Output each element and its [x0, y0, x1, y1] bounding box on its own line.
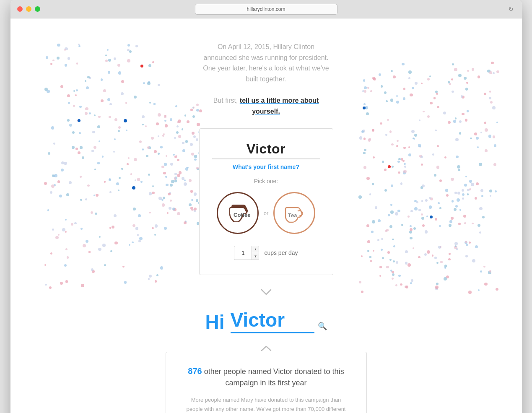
- browser-window: hillaryclinton.com ↻ On April 12, 2015, …: [10, 0, 522, 413]
- browser-titlebar: hillaryclinton.com ↻: [10, 0, 522, 18]
- card-name-display: Victor: [247, 141, 285, 157]
- beverage-options: Coffee or Tea: [217, 192, 316, 234]
- victor-input-wrapper: 🔍: [231, 309, 327, 333]
- intro-cta-prefix: But first,: [213, 97, 238, 104]
- hi-victor-row: Hi 🔍: [205, 309, 327, 333]
- intro-paragraph: On April 12, 2015, Hillary Clinton annou…: [201, 42, 331, 117]
- tea-icon: Tea: [280, 198, 309, 228]
- address-bar[interactable]: hillaryclinton.com: [195, 4, 337, 15]
- chevron-up-icon: [260, 345, 272, 352]
- tea-option[interactable]: Tea: [273, 192, 315, 234]
- coffee-icon: Coffee: [223, 198, 252, 228]
- victor-name-input[interactable]: [231, 309, 314, 333]
- cups-label: cups per day: [264, 249, 298, 256]
- svg-text:Tea: Tea: [288, 212, 297, 218]
- maximize-button[interactable]: [35, 6, 40, 12]
- coffee-option[interactable]: Coffee: [217, 192, 259, 234]
- minimize-button[interactable]: [26, 6, 31, 12]
- chevron-down: [260, 288, 272, 296]
- close-button[interactable]: [17, 6, 23, 12]
- chevron-up: [260, 345, 272, 352]
- or-text: or: [264, 210, 269, 216]
- url-text: hillaryclinton.com: [247, 6, 285, 12]
- search-icon[interactable]: 🔍: [318, 322, 327, 331]
- main-content: On April 12, 2015, Hillary Clinton annou…: [10, 18, 522, 413]
- cups-per-day-row: 1 ▲ ▼ cups per day: [234, 246, 298, 260]
- name-underline: [212, 158, 320, 159]
- info-description: More people named Mary have donated to t…: [187, 395, 346, 413]
- donation-info-card: 876 other people named Victor donated to…: [166, 352, 367, 413]
- svg-text:Coffee: Coffee: [234, 212, 250, 218]
- chevron-down-icon: [260, 288, 272, 296]
- info-card-form: Victor What's your first name? Pick one:…: [199, 128, 333, 275]
- tea-circle[interactable]: Tea: [273, 192, 315, 234]
- hi-victor-section: Hi 🔍: [205, 309, 327, 337]
- card-subtitle: What's your first name?: [233, 164, 299, 170]
- cups-decrement[interactable]: ▼: [252, 253, 259, 260]
- stat-text: other people named Victor donated to thi…: [204, 367, 344, 387]
- info-stat: 876 other people named Victor donated to…: [181, 365, 351, 389]
- intro-cta-strong: tell us a little more about yourself.: [240, 97, 319, 115]
- pick-one-label: Pick one:: [254, 178, 278, 184]
- browser-content: On April 12, 2015, Hillary Clinton annou…: [10, 18, 522, 413]
- cups-input-wrapper: 1 ▲ ▼: [234, 246, 259, 260]
- cups-arrows: ▲ ▼: [252, 246, 259, 260]
- cups-number: 1: [234, 249, 252, 256]
- stat-number: 876: [188, 366, 202, 376]
- hi-text: Hi: [205, 311, 225, 333]
- cups-increment[interactable]: ▲: [252, 246, 259, 253]
- coffee-circle[interactable]: Coffee: [217, 192, 259, 234]
- refresh-icon[interactable]: ↻: [509, 6, 514, 13]
